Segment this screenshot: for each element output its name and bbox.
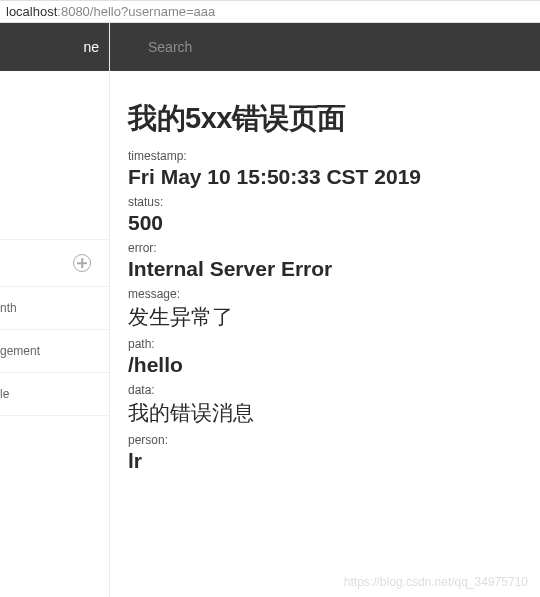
url-host: localhost bbox=[6, 4, 57, 19]
sidebar-item[interactable]: nth bbox=[0, 287, 109, 330]
sidebar-items: nth gement le bbox=[0, 71, 109, 416]
status-label: status: bbox=[128, 195, 522, 209]
error-value: Internal Server Error bbox=[128, 257, 522, 281]
timestamp-value: Fri May 10 15:50:33 CST 2019 bbox=[128, 165, 522, 189]
message-value: 发生异常了 bbox=[128, 303, 522, 331]
sidebar-item[interactable]: gement bbox=[0, 330, 109, 373]
sidebar: ne nth gement le bbox=[0, 23, 110, 597]
content: 我的5xx错误页面 timestamp: Fri May 10 15:50:33… bbox=[110, 71, 540, 477]
data-label: data: bbox=[128, 383, 522, 397]
watermark: https://blog.csdn.net/qq_34975710 bbox=[344, 575, 528, 589]
sidebar-item[interactable] bbox=[0, 211, 109, 240]
sidebar-item[interactable]: le bbox=[0, 373, 109, 416]
main-area: 我的5xx错误页面 timestamp: Fri May 10 15:50:33… bbox=[110, 23, 540, 597]
error-label: error: bbox=[128, 241, 522, 255]
status-value: 500 bbox=[128, 211, 522, 235]
sidebar-header-label: ne bbox=[83, 39, 99, 55]
sidebar-item-add[interactable] bbox=[0, 240, 109, 287]
page-title: 我的5xx错误页面 bbox=[128, 99, 522, 139]
url-path: :8080/hello?username=aaa bbox=[57, 4, 215, 19]
top-bar bbox=[110, 23, 540, 71]
data-value: 我的错误消息 bbox=[128, 399, 522, 427]
person-value: lr bbox=[128, 449, 522, 473]
sidebar-item-label: le bbox=[0, 387, 9, 401]
search-input[interactable] bbox=[148, 39, 540, 55]
address-bar[interactable]: localhost:8080/hello?username=aaa bbox=[0, 0, 540, 23]
person-label: person: bbox=[128, 433, 522, 447]
sidebar-header[interactable]: ne bbox=[0, 23, 109, 71]
plus-circle-icon bbox=[73, 254, 91, 272]
path-value: /hello bbox=[128, 353, 522, 377]
sidebar-item-label: nth bbox=[0, 301, 17, 315]
message-label: message: bbox=[128, 287, 522, 301]
path-label: path: bbox=[128, 337, 522, 351]
timestamp-label: timestamp: bbox=[128, 149, 522, 163]
sidebar-item-label: gement bbox=[0, 344, 40, 358]
app-layout: ne nth gement le 我的5xx错误页面 time bbox=[0, 23, 540, 597]
